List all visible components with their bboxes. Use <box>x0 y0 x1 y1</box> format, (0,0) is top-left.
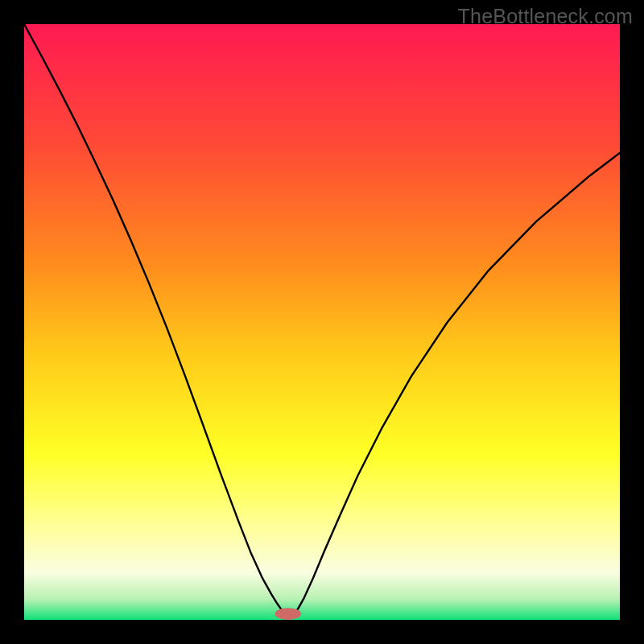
optimal-point-marker <box>275 608 302 620</box>
watermark-text: TheBottleneck.com <box>458 5 633 28</box>
chart-plot-area <box>24 24 620 620</box>
chart-svg <box>24 24 620 620</box>
chart-frame: TheBottleneck.com <box>0 0 644 644</box>
chart-background-gradient <box>24 24 620 620</box>
